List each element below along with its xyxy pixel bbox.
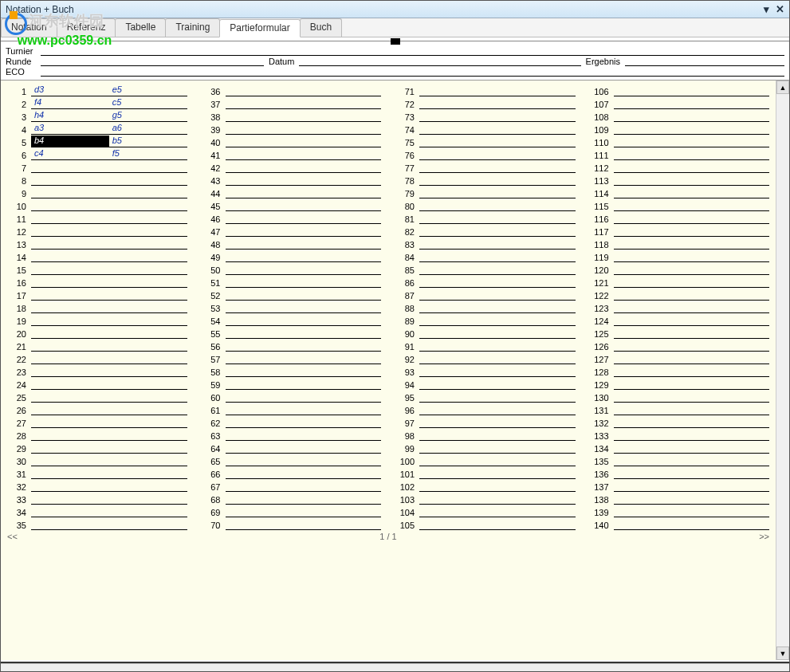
move-black[interactable] — [497, 340, 576, 352]
move-white[interactable] — [31, 352, 109, 364]
move-white[interactable] — [31, 212, 109, 224]
move-white[interactable] — [614, 442, 692, 454]
move-white[interactable] — [419, 518, 497, 530]
move-black[interactable] — [303, 301, 381, 313]
move-black[interactable] — [303, 493, 381, 505]
move-white[interactable] — [614, 212, 692, 224]
move-black[interactable] — [691, 174, 769, 186]
move-white[interactable] — [614, 493, 692, 505]
move-black[interactable] — [691, 391, 769, 403]
move-white[interactable] — [226, 174, 304, 186]
move-white[interactable] — [31, 276, 109, 288]
move-black[interactable] — [497, 212, 576, 224]
move-black[interactable] — [691, 340, 769, 352]
vertical-scrollbar[interactable]: ▲ ▼ — [776, 81, 789, 660]
move-black[interactable] — [303, 148, 381, 160]
move-black[interactable] — [303, 199, 381, 211]
move-white[interactable] — [614, 518, 692, 530]
move-black[interactable] — [109, 238, 187, 250]
tab-buch[interactable]: Buch — [300, 18, 342, 37]
move-black[interactable] — [691, 442, 769, 454]
move-black[interactable] — [109, 467, 187, 479]
move-black[interactable]: b5 — [109, 136, 187, 147]
move-black[interactable] — [109, 212, 187, 224]
move-black[interactable] — [691, 327, 769, 339]
move-black[interactable] — [303, 442, 381, 454]
field-turnier[interactable] — [41, 45, 784, 56]
move-white[interactable] — [614, 161, 692, 173]
move-black[interactable] — [497, 238, 576, 250]
move-black[interactable] — [497, 84, 576, 96]
tab-partieformular[interactable]: Partieformular — [219, 19, 300, 37]
move-black[interactable] — [303, 123, 381, 135]
move-black[interactable] — [497, 391, 576, 403]
move-white[interactable] — [226, 225, 304, 237]
close-icon[interactable]: ✕ — [776, 3, 784, 15]
move-black[interactable] — [109, 161, 187, 173]
move-white[interactable] — [614, 416, 692, 428]
move-white[interactable] — [226, 454, 304, 466]
move-white[interactable] — [419, 148, 497, 160]
move-black[interactable] — [497, 416, 576, 428]
move-white[interactable] — [614, 352, 692, 364]
move-black[interactable]: f5 — [109, 148, 187, 160]
move-black[interactable] — [497, 174, 576, 186]
move-white[interactable] — [31, 187, 109, 198]
move-black[interactable] — [303, 403, 381, 415]
move-white[interactable] — [614, 123, 692, 135]
move-white[interactable]: h4 — [31, 110, 109, 122]
move-black[interactable] — [303, 238, 381, 250]
move-black[interactable] — [303, 467, 381, 479]
move-black[interactable] — [497, 403, 576, 415]
move-white[interactable] — [31, 174, 109, 186]
move-white[interactable] — [419, 212, 497, 224]
move-black[interactable] — [497, 429, 576, 441]
pager-next[interactable]: >> — [759, 532, 769, 541]
move-black[interactable] — [303, 314, 381, 326]
move-white[interactable] — [419, 174, 497, 186]
move-white[interactable] — [31, 365, 109, 377]
move-white[interactable] — [419, 454, 497, 466]
move-white[interactable] — [226, 84, 304, 96]
move-black[interactable] — [303, 327, 381, 339]
move-black[interactable] — [109, 416, 187, 428]
move-white[interactable] — [31, 327, 109, 339]
move-white[interactable] — [226, 314, 304, 326]
move-white[interactable] — [226, 263, 304, 275]
move-black[interactable] — [497, 123, 576, 135]
move-white[interactable] — [31, 454, 109, 466]
move-black[interactable] — [109, 301, 187, 313]
move-black[interactable]: a6 — [109, 123, 187, 135]
move-white[interactable] — [419, 378, 497, 390]
scroll-down-icon[interactable]: ▼ — [776, 646, 789, 660]
tab-referenz[interactable]: Referenz — [57, 18, 116, 37]
move-black[interactable] — [691, 250, 769, 262]
move-black[interactable] — [303, 225, 381, 237]
move-black[interactable] — [691, 493, 769, 505]
move-black[interactable] — [109, 518, 187, 530]
move-white[interactable] — [614, 505, 692, 517]
move-white[interactable] — [31, 442, 109, 454]
move-white[interactable] — [31, 250, 109, 262]
move-black[interactable] — [109, 442, 187, 454]
move-white[interactable] — [419, 352, 497, 364]
move-black[interactable] — [497, 365, 576, 377]
move-white[interactable] — [419, 480, 497, 492]
move-white[interactable] — [226, 391, 304, 403]
move-white[interactable] — [226, 212, 304, 224]
move-black[interactable] — [691, 136, 769, 147]
move-white[interactable] — [226, 429, 304, 441]
move-black[interactable] — [303, 429, 381, 441]
move-black[interactable] — [303, 289, 381, 301]
move-white[interactable] — [419, 110, 497, 122]
move-white[interactable] — [614, 174, 692, 186]
move-black[interactable] — [497, 480, 576, 492]
move-black[interactable] — [691, 161, 769, 173]
move-black[interactable] — [109, 199, 187, 211]
move-white[interactable] — [614, 238, 692, 250]
move-white[interactable] — [226, 327, 304, 339]
move-white[interactable] — [419, 289, 497, 301]
move-black[interactable] — [109, 365, 187, 377]
move-white[interactable] — [31, 238, 109, 250]
move-white[interactable] — [419, 97, 497, 109]
